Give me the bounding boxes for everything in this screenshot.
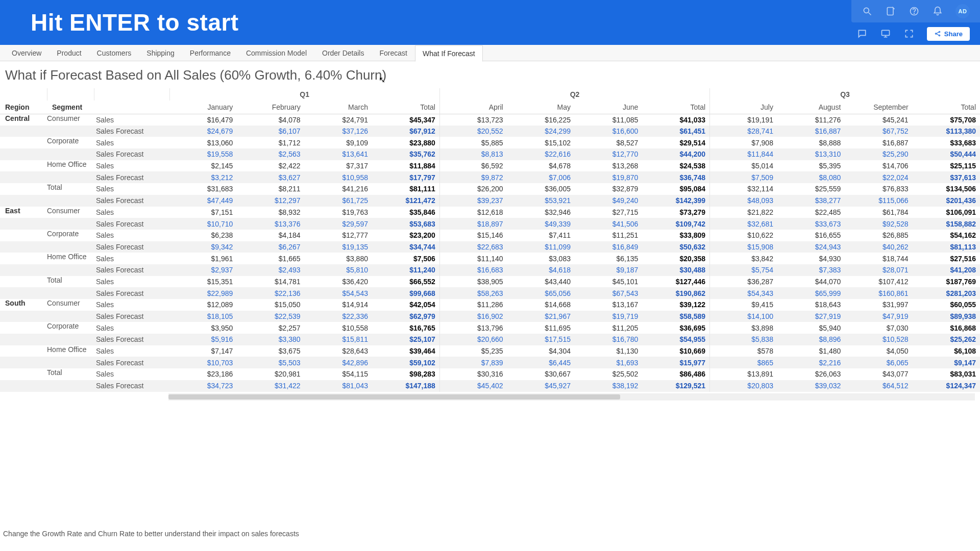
- cell-value: $113,380: [913, 126, 980, 137]
- tab-customers[interactable]: Customers: [89, 45, 139, 61]
- cell-value: $81,111: [372, 183, 439, 195]
- cell-value: $32,946: [507, 207, 575, 218]
- table-row[interactable]: Sales Forecast$10,703$5,503$42,896$59,10…: [0, 357, 980, 368]
- table-row[interactable]: Sales Forecast$34,723$31,422$81,043$147,…: [0, 380, 980, 392]
- cell-segment: Corporate: [47, 137, 94, 148]
- table-row[interactable]: SouthConsumerSales$12,089$15,050$14,914$…: [0, 299, 980, 311]
- col-region[interactable]: Region: [0, 101, 47, 114]
- table-row[interactable]: Sales Forecast$19,558$2,563$13,641$35,76…: [0, 148, 980, 160]
- cell-value: $18,105: [169, 311, 237, 322]
- cell-value: $32,681: [710, 218, 777, 230]
- cell-value: $39,122: [642, 299, 709, 311]
- cell-value: $11,240: [372, 264, 439, 276]
- table-row[interactable]: Sales Forecast$47,449$12,297$61,725$121,…: [0, 195, 980, 207]
- col-february[interactable]: February: [237, 101, 304, 114]
- table-row[interactable]: TotalSales$15,351$14,781$36,420$66,552$3…: [0, 276, 980, 288]
- col-august[interactable]: August: [777, 101, 845, 114]
- col-total[interactable]: Total: [642, 101, 709, 114]
- cell-region: [0, 218, 47, 230]
- cell-value: $865: [710, 357, 777, 368]
- col-total[interactable]: Total: [913, 101, 980, 114]
- table-row[interactable]: CorporateSales$6,238$4,184$12,777$23,200…: [0, 230, 980, 241]
- help-icon[interactable]: [909, 6, 920, 17]
- cell-value: $6,238: [169, 230, 237, 241]
- table-row[interactable]: Sales Forecast$10,710$13,376$29,597$53,6…: [0, 218, 980, 230]
- col-march[interactable]: March: [305, 101, 372, 114]
- notifications-icon[interactable]: [932, 6, 943, 17]
- cell-value: $16,887: [845, 137, 912, 148]
- col-september[interactable]: September: [845, 101, 912, 114]
- table-row[interactable]: Sales Forecast$2,937$2,493$5,810$11,240$…: [0, 264, 980, 276]
- table-row[interactable]: Sales Forecast$22,989$22,136$54,543$99,6…: [0, 287, 980, 299]
- cell-value: $13,310: [777, 148, 845, 160]
- cell-value: $31,683: [169, 183, 237, 195]
- cell-value: $65,999: [777, 287, 845, 299]
- table-row[interactable]: CorporateSales$13,060$1,712$9,109$23,880…: [0, 137, 980, 148]
- cell-value: $44,200: [642, 148, 709, 160]
- cell-type: Sales Forecast: [94, 380, 169, 392]
- cell-value: $7,411: [507, 230, 575, 241]
- cell-value: $83,031: [913, 368, 980, 380]
- cell-value: $2,422: [237, 160, 304, 172]
- share-button[interactable]: Share: [927, 27, 970, 41]
- table-row[interactable]: CorporateSales$3,950$2,257$10,558$16,765…: [0, 322, 980, 334]
- col-april[interactable]: April: [439, 101, 507, 114]
- table-row[interactable]: Home OfficeSales$2,145$2,422$7,317$11,88…: [0, 160, 980, 172]
- table-row[interactable]: EastConsumerSales$7,151$8,932$19,763$35,…: [0, 207, 980, 218]
- table-row[interactable]: TotalSales$31,683$8,211$41,216$81,111$26…: [0, 183, 980, 195]
- table-row[interactable]: Home OfficeSales$1,961$1,665$3,880$7,506…: [0, 253, 980, 264]
- tab-overview[interactable]: Overview: [4, 45, 49, 61]
- cell-segment: Consumer: [47, 299, 94, 311]
- tab-what-if-forecast[interactable]: What If Forecast: [415, 45, 483, 62]
- col-june[interactable]: June: [575, 101, 642, 114]
- tab-forecast[interactable]: Forecast: [372, 45, 414, 61]
- tab-order-details[interactable]: Order Details: [314, 45, 372, 61]
- col-january[interactable]: January: [169, 101, 237, 114]
- cell-value: $53,921: [507, 195, 575, 207]
- cell-value: $22,024: [845, 171, 912, 183]
- scrollbar-thumb[interactable]: [168, 394, 620, 399]
- cell-value: $5,885: [439, 137, 507, 148]
- horizontal-scrollbar[interactable]: [168, 393, 975, 400]
- table-row[interactable]: TotalSales$23,186$20,981$54,115$98,283$3…: [0, 368, 980, 380]
- cell-segment: [47, 171, 94, 183]
- table-row[interactable]: Home OfficeSales$7,147$3,675$28,643$39,4…: [0, 345, 980, 357]
- table-row[interactable]: Sales Forecast$9,342$6,267$19,135$34,744…: [0, 241, 980, 253]
- col-segment[interactable]: Segment: [47, 101, 94, 114]
- new-note-icon[interactable]: [885, 6, 896, 17]
- cell-value: $16,655: [777, 230, 845, 241]
- tab-shipping[interactable]: Shipping: [139, 45, 182, 61]
- table-row[interactable]: Sales Forecast$24,679$6,107$37,126$67,91…: [0, 126, 980, 137]
- cell-value: $11,140: [439, 253, 507, 264]
- cell-segment: [47, 195, 94, 207]
- forecast-table: Q1Q2Q3 RegionSegmentJanuaryFebruaryMarch…: [0, 88, 980, 392]
- cell-value: $12,618: [439, 207, 507, 218]
- cell-region: East: [0, 207, 47, 218]
- tab-commission-model[interactable]: Commission Model: [238, 45, 314, 61]
- cell-value: $3,380: [237, 334, 304, 345]
- tab-product[interactable]: Product: [49, 45, 89, 61]
- search-icon[interactable]: [862, 6, 873, 17]
- cell-value: $7,509: [710, 171, 777, 183]
- col-total[interactable]: Total: [372, 101, 439, 114]
- table-row[interactable]: Sales Forecast$5,916$3,380$15,811$25,107…: [0, 334, 980, 345]
- col-may[interactable]: May: [507, 101, 575, 114]
- avatar[interactable]: AD: [955, 4, 970, 18]
- tab-performance[interactable]: Performance: [182, 45, 238, 61]
- table-row[interactable]: Sales Forecast$3,212$3,627$10,958$17,797…: [0, 171, 980, 183]
- cell-type: Sales Forecast: [94, 334, 169, 345]
- col-july[interactable]: July: [710, 101, 777, 114]
- cell-value: $13,891: [710, 368, 777, 380]
- cell-value: $16,765: [372, 322, 439, 334]
- svg-point-11: [939, 35, 940, 36]
- cell-region: [0, 380, 47, 392]
- cell-value: $27,715: [575, 207, 642, 218]
- comment-icon[interactable]: [856, 28, 868, 39]
- fullscreen-icon[interactable]: [903, 28, 915, 39]
- table-row[interactable]: CentralConsumerSales$16,479$4,078$24,791…: [0, 114, 980, 126]
- present-icon[interactable]: [880, 28, 891, 39]
- table-row[interactable]: Sales Forecast$18,105$22,539$22,336$62,9…: [0, 311, 980, 322]
- cell-value: $15,102: [507, 137, 575, 148]
- cell-region: [0, 345, 47, 357]
- cell-value: $38,192: [575, 380, 642, 392]
